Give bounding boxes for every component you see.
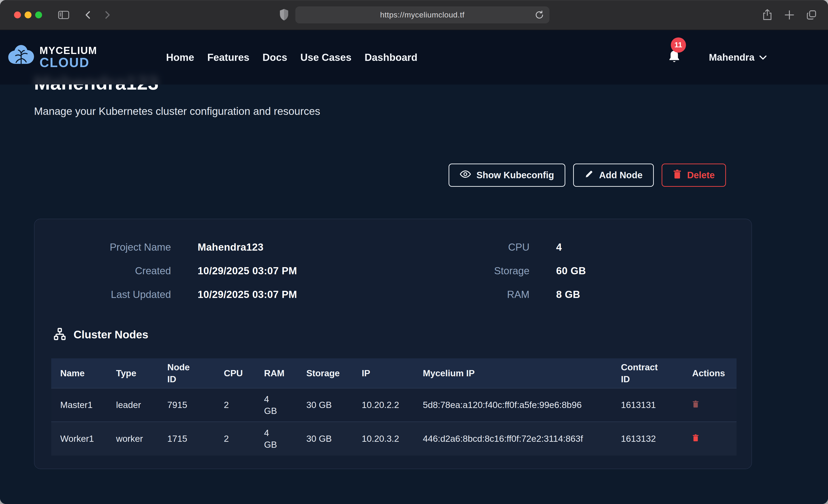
window-controls bbox=[14, 11, 42, 18]
last-updated-value: 10/29/2025 03:07 PM bbox=[198, 289, 393, 300]
storage-value: 60 GB bbox=[556, 265, 751, 277]
col-ram: RAM bbox=[264, 367, 306, 379]
cell-type: leader bbox=[116, 399, 167, 411]
cell-name: Master1 bbox=[60, 399, 116, 411]
table-row-master1: Master1 leader 7915 2 4 GB 30 GB 10.20.2… bbox=[51, 388, 737, 422]
network-nodes-icon bbox=[53, 328, 66, 341]
delete-label: Delete bbox=[687, 170, 715, 180]
privacy-shield-icon[interactable] bbox=[279, 8, 289, 22]
eye-icon bbox=[460, 170, 471, 180]
show-kubeconfig-button[interactable]: Show Kubeconfig bbox=[449, 164, 565, 187]
col-ip: IP bbox=[362, 367, 423, 379]
nav-link-use-cases[interactable]: Use Cases bbox=[300, 52, 351, 63]
brand-logo[interactable]: MYCELIUM CLOUD bbox=[7, 44, 97, 71]
col-node-id: Node ID bbox=[167, 361, 224, 385]
notifications-button[interactable]: 11 bbox=[667, 49, 681, 66]
cluster-actions: Show Kubeconfig Add Node Delete bbox=[449, 164, 726, 187]
page-viewport: Mahendra123 Manage your Kubernetes clust… bbox=[0, 30, 828, 504]
last-updated-label: Last Updated bbox=[35, 289, 171, 300]
delete-cluster-button[interactable]: Delete bbox=[662, 164, 726, 187]
project-name-value: Mahendra123 bbox=[198, 241, 393, 253]
cell-cpu: 2 bbox=[224, 433, 264, 445]
cell-node-id: 7915 bbox=[167, 399, 224, 411]
mycelium-cloud-logo-icon bbox=[7, 44, 35, 71]
cell-ip: 10.20.3.2 bbox=[362, 433, 423, 445]
cell-type: worker bbox=[116, 433, 167, 445]
add-node-button[interactable]: Add Node bbox=[573, 164, 654, 187]
cell-ram: 4 GB bbox=[264, 393, 306, 417]
col-cpu: CPU bbox=[224, 367, 264, 379]
cell-ram: 4 GB bbox=[264, 427, 306, 451]
nav-link-features[interactable]: Features bbox=[207, 52, 249, 63]
nav-link-docs[interactable]: Docs bbox=[262, 52, 287, 63]
cell-mycelium-ip: 446:d2a6:8bcd:8c16:ff0f:72e2:3114:863f bbox=[423, 433, 621, 445]
col-type: Type bbox=[116, 367, 167, 379]
cell-node-id: 1715 bbox=[167, 433, 224, 445]
created-label: Created bbox=[35, 265, 171, 277]
cluster-details-grid: Project Name Mahendra123 Created 10/29/2… bbox=[35, 241, 751, 300]
user-name: Mahendra bbox=[709, 52, 754, 63]
browser-window: https://myceliumcloud.tf bbox=[0, 0, 828, 504]
col-name: Name bbox=[60, 367, 116, 379]
table-header-row: Name Type Node ID CPU RAM Storage IP Myc… bbox=[51, 359, 737, 388]
cell-name: Worker1 bbox=[60, 433, 116, 445]
nav-link-home[interactable]: Home bbox=[166, 52, 194, 63]
sidebar-toggle-icon[interactable] bbox=[57, 9, 70, 20]
url-bar[interactable]: https://myceliumcloud.tf bbox=[295, 6, 549, 24]
trash-icon bbox=[692, 434, 699, 442]
cluster-details-card: Project Name Mahendra123 Created 10/29/2… bbox=[34, 219, 752, 469]
share-icon[interactable] bbox=[761, 8, 773, 22]
forward-icon[interactable] bbox=[103, 9, 112, 20]
close-window-button[interactable] bbox=[14, 11, 21, 18]
col-contract-id: Contract ID bbox=[621, 361, 692, 385]
user-menu[interactable]: Mahendra bbox=[709, 52, 767, 63]
nav-links: Home Features Docs Use Cases Dashboard bbox=[166, 52, 418, 63]
created-value: 10/29/2025 03:07 PM bbox=[198, 265, 393, 277]
chevron-down-icon bbox=[758, 54, 767, 60]
trash-icon bbox=[692, 400, 699, 408]
new-tab-icon[interactable] bbox=[783, 8, 795, 22]
cell-cpu: 2 bbox=[224, 399, 264, 411]
cluster-nodes-heading: Cluster Nodes bbox=[74, 328, 148, 341]
delete-node-button[interactable] bbox=[692, 400, 699, 409]
storage-label: Storage bbox=[393, 265, 530, 277]
page-subtitle: Manage your Kubernetes cluster configura… bbox=[34, 105, 320, 117]
add-node-label: Add Node bbox=[599, 170, 643, 180]
cell-storage: 30 GB bbox=[306, 399, 362, 411]
reload-icon[interactable] bbox=[534, 10, 544, 20]
cell-contract-id: 1613132 bbox=[621, 433, 692, 445]
tab-overview-icon[interactable] bbox=[805, 8, 818, 22]
col-actions: Actions bbox=[692, 367, 737, 379]
cell-mycelium-ip: 5d8:78ea:a120:f40c:ff0f:a5fe:99e6:8b96 bbox=[423, 399, 621, 411]
ram-label: RAM bbox=[393, 289, 530, 300]
browser-toolbar: https://myceliumcloud.tf bbox=[0, 0, 828, 30]
cell-storage: 30 GB bbox=[306, 433, 362, 445]
ram-value: 8 GB bbox=[556, 289, 751, 300]
url-text: https://myceliumcloud.tf bbox=[380, 10, 464, 19]
zoom-window-button[interactable] bbox=[35, 11, 42, 18]
trash-icon bbox=[673, 169, 681, 181]
site-navbar: MYCELIUM CLOUD Home Features Docs Use Ca… bbox=[0, 30, 828, 85]
show-kubeconfig-label: Show Kubeconfig bbox=[477, 170, 554, 180]
cpu-label: CPU bbox=[393, 241, 530, 253]
col-storage: Storage bbox=[306, 367, 362, 379]
brand-name-bottom: CLOUD bbox=[40, 56, 97, 69]
minimize-window-button[interactable] bbox=[25, 11, 32, 18]
col-mycelium-ip: Mycelium IP bbox=[423, 367, 621, 379]
notification-badge: 11 bbox=[671, 37, 686, 53]
delete-node-button[interactable] bbox=[692, 434, 699, 443]
cpu-value: 4 bbox=[556, 241, 751, 253]
cell-ip: 10.20.2.2 bbox=[362, 399, 423, 411]
cell-contract-id: 1613131 bbox=[621, 399, 692, 411]
nav-link-dashboard[interactable]: Dashboard bbox=[365, 52, 418, 63]
back-icon[interactable] bbox=[83, 9, 93, 20]
brand-name-top: MYCELIUM bbox=[40, 45, 97, 55]
cluster-nodes-table: Name Type Node ID CPU RAM Storage IP Myc… bbox=[51, 359, 737, 456]
table-row-worker1: Worker1 worker 1715 2 4 GB 30 GB 10.20.3… bbox=[51, 422, 737, 456]
project-name-label: Project Name bbox=[35, 241, 171, 253]
pencil-icon bbox=[584, 170, 593, 181]
